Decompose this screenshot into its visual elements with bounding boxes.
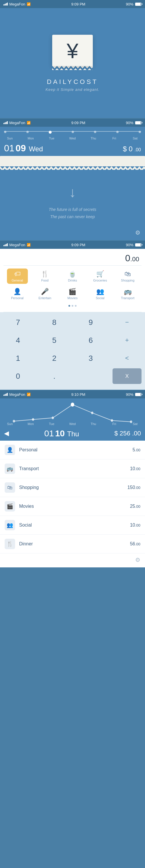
category-grid: 🏷 General 🍴 Food 🍵 Drinks 🛒 Groceries 🛍 … bbox=[0, 266, 145, 312]
numpad-row-3: 1 2 3 < bbox=[3, 350, 142, 366]
app-subtitle: Keep it Simple and elegant. bbox=[46, 87, 99, 92]
bottom-gear-row: ⚙ bbox=[0, 554, 145, 567]
bottom-settings-icon[interactable]: ⚙ bbox=[135, 556, 140, 563]
cat-general[interactable]: 🏷 General bbox=[7, 269, 28, 284]
cat-movies[interactable]: 🎬 Movies bbox=[62, 286, 83, 302]
num-2[interactable]: 2 bbox=[40, 350, 69, 366]
numpad-row-1: 7 8 9 − bbox=[3, 314, 142, 330]
cat-social-label: Social bbox=[96, 296, 104, 300]
page-dot-3 bbox=[75, 305, 77, 307]
num-7[interactable]: 7 bbox=[3, 314, 32, 330]
svg-point-3 bbox=[71, 403, 74, 407]
personal-icon: 👤 bbox=[13, 288, 21, 296]
expense-movies[interactable]: 🎬 Movies 25.00 bbox=[0, 497, 145, 516]
total-cents: .00 bbox=[132, 430, 141, 437]
timeline-dot-mon[interactable] bbox=[26, 131, 29, 133]
day-sat: Sat bbox=[129, 136, 141, 140]
timeline-dot-fri[interactable] bbox=[116, 131, 119, 133]
timeline-dot-wed[interactable] bbox=[72, 131, 74, 133]
timeline-dot-tue[interactable] bbox=[49, 131, 52, 134]
page-indicator bbox=[3, 304, 142, 309]
num-3[interactable]: 3 bbox=[76, 350, 105, 366]
cat-movies-label: Movies bbox=[68, 296, 78, 300]
movies-expense-icon: 🎬 bbox=[5, 501, 15, 512]
day-sun: Sun bbox=[4, 136, 16, 140]
cat-drinks-label: Drinks bbox=[68, 279, 77, 282]
empty-line1: The future is full of secrets bbox=[6, 206, 139, 213]
cat-transport[interactable]: 🚌 Transport bbox=[117, 286, 138, 302]
food-icon: 🍴 bbox=[41, 270, 49, 278]
dinner-expense-icon: 🍴 bbox=[5, 539, 15, 549]
expense-amount-cents: .00 bbox=[130, 255, 139, 263]
current-month: 01 bbox=[4, 143, 15, 154]
num-0[interactable]: 0 bbox=[3, 368, 32, 384]
category-row-1: 🏷 General 🍴 Food 🍵 Drinks 🛒 Groceries 🛍 … bbox=[3, 269, 142, 284]
summary-month: 01 bbox=[44, 429, 54, 438]
transport-expense-amount: 10.00 bbox=[130, 466, 140, 471]
num-minus[interactable]: − bbox=[113, 314, 142, 330]
expense-shopping[interactable]: 🛍 Shopping 150.00 bbox=[0, 478, 145, 497]
cat-groceries[interactable]: 🛒 Groceries bbox=[90, 269, 111, 284]
prev-day-button[interactable]: ◀ bbox=[4, 430, 9, 437]
num-decimal[interactable]: . bbox=[40, 368, 69, 384]
entertain-icon: 🎤 bbox=[41, 288, 49, 296]
timeline-dot-thu[interactable] bbox=[94, 131, 96, 133]
yen-symbol: ¥ bbox=[57, 40, 88, 66]
receipt-zigzag bbox=[52, 66, 93, 70]
summary-date-row: ◀ 01 10 Thu $ 256 .00 bbox=[0, 427, 145, 441]
cat-personal[interactable]: 👤 Personal bbox=[7, 286, 28, 302]
cat-food[interactable]: 🍴 Food bbox=[34, 269, 55, 284]
carrier-2: MegaFon bbox=[9, 121, 25, 125]
cat-shopping-label: Shopping bbox=[121, 279, 135, 282]
wifi-icon-4: 📶 bbox=[27, 393, 31, 396]
num-backspace[interactable]: < bbox=[113, 350, 142, 366]
expense-transport[interactable]: 🚌 Transport 10.00 bbox=[0, 460, 145, 478]
groceries-icon: 🛒 bbox=[96, 270, 104, 278]
num-4[interactable]: 4 bbox=[3, 333, 32, 348]
num-8[interactable]: 8 bbox=[40, 314, 69, 330]
cat-personal-label: Personal bbox=[11, 296, 23, 300]
day-header: Sun Mon Tue Wed Thu Fri Sat bbox=[0, 136, 145, 142]
num-1[interactable]: 1 bbox=[3, 350, 32, 366]
svg-point-5 bbox=[111, 419, 113, 422]
receipt-strip-bottom bbox=[0, 166, 145, 170]
splash-screen: ¥ DAILYCOST Keep it Simple and elegant. bbox=[0, 8, 145, 118]
movies-expense-name: Movies bbox=[19, 504, 130, 509]
expense-personal[interactable]: 👤 Personal 5.00 bbox=[0, 441, 145, 460]
cat-general-label: General bbox=[11, 279, 23, 282]
day-fri: Fri bbox=[108, 136, 120, 140]
timeline-dot-sun[interactable] bbox=[4, 131, 6, 133]
carrier-3: MegaFon bbox=[9, 243, 25, 247]
expense-dinner[interactable]: 🍴 Dinner 56.00 bbox=[0, 535, 145, 554]
amount-display: 0.00 bbox=[0, 249, 145, 265]
num-6[interactable]: 6 bbox=[76, 333, 105, 348]
expense-amount-main: 0 bbox=[125, 253, 130, 263]
date-row: 01 09 Wed $ 0 .00 bbox=[0, 142, 145, 156]
num-delete[interactable]: X bbox=[113, 368, 142, 384]
settings-row: ⚙ bbox=[0, 226, 145, 240]
expense-list: 👤 Personal 5.00 🚌 Transport 10.00 🛍 Shop… bbox=[0, 441, 145, 554]
num-plus[interactable]: + bbox=[113, 333, 142, 348]
cat-social[interactable]: 👥 Social bbox=[90, 286, 111, 302]
num-5[interactable]: 5 bbox=[40, 333, 69, 348]
cat-drinks[interactable]: 🍵 Drinks bbox=[62, 269, 83, 284]
summary-total: $ 256 .00 bbox=[114, 430, 141, 437]
total-sign: $ bbox=[114, 430, 118, 437]
num-9[interactable]: 9 bbox=[76, 314, 105, 330]
timeline bbox=[0, 127, 145, 136]
timeline-dot-sat[interactable] bbox=[139, 131, 141, 133]
daily-total: $ 0 .00 bbox=[123, 145, 141, 153]
cat-entertain[interactable]: 🎤 Entertain bbox=[34, 286, 55, 302]
day-thu: Thu bbox=[88, 136, 99, 140]
receipt-strip-top bbox=[0, 156, 145, 166]
expense-social[interactable]: 👥 Social 10.00 bbox=[0, 516, 145, 535]
svg-point-4 bbox=[91, 412, 93, 414]
settings-icon[interactable]: ⚙ bbox=[135, 229, 140, 236]
page-dot-1 bbox=[68, 305, 70, 307]
svg-point-1 bbox=[32, 418, 34, 421]
social-expense-name: Social bbox=[19, 523, 130, 528]
transport-expense-icon: 🚌 bbox=[5, 464, 15, 474]
shopping-expense-name: Shopping bbox=[19, 485, 127, 490]
cat-shopping[interactable]: 🛍 Shopping bbox=[117, 269, 138, 284]
empty-line2: The past can never keep bbox=[6, 213, 139, 220]
